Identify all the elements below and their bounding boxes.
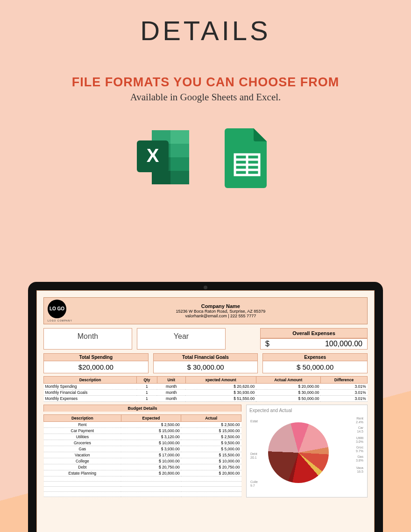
col-header: Actual [181,415,241,422]
formats-subtitle: Available in Google Sheets and Excel. [0,91,411,103]
company-contact: valorhank@email.com | 222 555 7777 [78,314,363,318]
chart-label: Car14.5 [357,426,363,433]
company-name: Company Name [78,303,363,309]
table-row: Vacation$ 17,000.00$ 15,500.00 [44,452,241,458]
table-row: Utilities$ 3,120.00$ 2,500.00 [44,434,241,440]
spreadsheet-preview: LO GO LOGO COMPANY Company Name 15236 W … [36,290,375,532]
table-row: Monthly Spending1month$ 20,620.00$ 20,00… [44,384,368,390]
col-header: Actual Amount [256,377,320,384]
total-label: Total Financial Goals [154,354,258,361]
format-icons-row: X [0,125,411,190]
year-input[interactable]: Year [137,328,226,350]
chart-label: Vaca16.5 [356,466,363,473]
chart-label: Colle9.7 [250,480,258,487]
chart-label: Rent2.4% [356,417,363,424]
chart-label: Estat [250,420,258,423]
chart-label: Debt20.1 [250,452,257,459]
month-input[interactable]: Month [43,328,132,350]
table-row: College$ 10,000.00$ 10,000.00 [44,458,241,464]
svg-rect-4 [170,144,189,157]
logo-subtext: LOGO COMPANY [48,319,72,322]
total-label: Expenses [263,354,367,361]
table-row [44,487,241,492]
chart-label: Gas3.8% [356,455,363,462]
pie-chart: Expected and Actual EstatDebt20.1Colle9.… [246,405,368,497]
company-header: LO GO LOGO COMPANY Company Name 15236 W … [43,297,368,324]
total-value: $ 50,000.00 [263,361,367,373]
total-value: $ 30,000.00 [154,361,258,373]
excel-icon: X [131,125,197,190]
chart-label: Utiliti3.0% [356,436,363,443]
chart-label: Groc9.7% [356,446,363,453]
overall-expenses-label: Overall Expenses [261,329,367,338]
col-header: xpected Amount [185,377,256,384]
total-value: $20,000.00 [44,361,148,373]
table-row: Groceries$ 10,000.00$ 9,500.00 [44,440,241,446]
table-row: Debt$ 20,750.00$ 20,750.00 [44,464,241,470]
budget-table: DescriptionExpectedActualRent$ 2,500.00$… [43,414,241,497]
chart-title: Expected and Actual [249,408,364,413]
summary-table: DescriptionQtyUnitxpected AmountActual A… [43,376,368,402]
svg-rect-7 [152,171,170,184]
table-row: Monthly Financial Goals1month$ 30,930.00… [44,390,368,396]
table-row [44,476,241,482]
table-row: Monthly Expenses1month$ 51,550.00$ 50,00… [44,396,368,402]
budget-details: Budget Details DescriptionExpectedActual… [43,405,241,497]
total-label: Total Spending [44,354,148,361]
table-row: Estate Planning$ 20,800.00$ 20,800.00 [44,470,241,476]
google-sheets-icon [214,125,280,190]
budget-title: Budget Details [43,405,241,412]
table-row: Car Payment$ 15,000.00$ 15,000.00 [44,428,241,434]
company-address: 15236 W Boca Raton Road, Surprise, AZ 85… [78,309,363,314]
table-row: Gas$ 3,930.00$ 5,000.00 [44,446,241,452]
page-title: DETAILS [0,0,411,46]
formats-heading: FILE FORMATS YOU CAN CHOOSE FROM [0,75,411,90]
col-header: Expected [121,415,181,422]
logo-icon: LO GO [48,300,66,318]
col-header: Qty [137,377,157,384]
col-header: Description [44,415,121,422]
svg-rect-6 [170,157,189,171]
svg-rect-2 [170,130,189,144]
table-row [44,492,241,497]
col-header: Description [44,377,137,384]
svg-text:X: X [147,145,159,166]
table-row: Rent$ 2,500.00$ 2,500.00 [44,422,241,428]
table-row [44,482,241,487]
overall-expenses-value: $ 100,000.00 [261,338,367,349]
col-header: Difference [320,377,367,384]
svg-rect-8 [170,171,189,184]
col-header: Unit [157,377,185,384]
laptop-mockup: LO GO LOGO COMPANY Company Name 15236 W … [28,282,383,532]
